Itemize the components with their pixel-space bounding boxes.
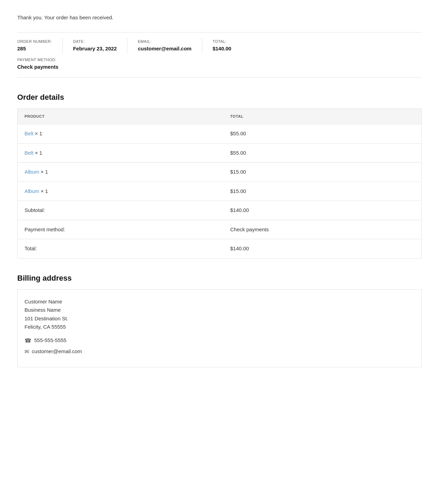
total-value: $140.00 [213,45,231,53]
product-cell: Belt × 1 [18,124,224,144]
payment-method-label: PAYMENT METHOD: [17,57,401,63]
billing-address-section: Billing address Customer Name Business N… [17,272,422,367]
total-label: TOTAL: [213,39,231,45]
phone-icon: ☎ [25,337,31,345]
order-number-item: ORDER NUMBER: 285 [17,39,63,53]
total-column-header: TOTAL [223,108,421,124]
product-column-header: PRODUCT [18,108,224,124]
subtotal-label-cell: Subtotal: [18,201,224,220]
billing-company: Business Name [25,306,414,314]
product-link[interactable]: Belt [25,150,33,156]
table-row: Album × 1$15.00 [18,182,422,201]
date-label: DATE: [73,39,117,45]
order-total-value-cell: $140.00 [223,239,421,259]
table-row: Belt × 1$55.00 [18,143,422,163]
billing-email-value: customer@email.com [32,348,82,356]
product-cell: Album × 1 [18,163,224,182]
table-row: Album × 1$15.00 [18,163,422,182]
payment-method-value: Check payments [17,63,401,71]
order-total-label-cell: Total: [18,239,224,259]
product-cell: Belt × 1 [18,143,224,163]
subtotal-value-cell: $140.00 [223,201,421,220]
email-icon: ✉ [25,348,29,356]
billing-phone: ☎ 555-555-5555 [25,337,414,345]
product-total-cell: $15.00 [223,163,421,182]
billing-address-title: Billing address [17,272,422,284]
order-details-section: Order details PRODUCT TOTAL Belt × 1$55.… [17,91,422,259]
order-details-title: Order details [17,91,422,103]
table-row: Belt × 1$55.00 [18,124,422,144]
date-value: February 23, 2022 [73,45,117,53]
billing-box: Customer Name Business Name 101 Destinat… [17,289,422,367]
email-label: EMAIL: [138,39,192,45]
billing-email: ✉ customer@email.com [25,348,414,356]
product-total-cell: $55.00 [223,124,421,144]
product-link[interactable]: Belt [25,130,33,136]
table-row: Total: $140.00 [18,239,422,259]
thank-you-message: Thank you. Your order has been received. [17,14,422,22]
billing-phone-value: 555-555-5555 [34,337,66,345]
product-link[interactable]: Album [25,188,39,194]
billing-address-line2: Felicity, CA 55555 [25,323,414,331]
total-item: TOTAL: $140.00 [213,39,242,53]
table-header-row: PRODUCT TOTAL [18,108,422,124]
payment-method-label-cell: Payment method: [18,220,224,239]
billing-address-line1: 101 Destination St. [25,315,414,323]
order-table: PRODUCT TOTAL Belt × 1$55.00Belt × 1$55.… [17,108,422,259]
product-link[interactable]: Album [25,169,39,175]
email-value: customer@email.com [138,45,192,53]
product-total-cell: $15.00 [223,182,421,201]
order-number-value: 285 [17,45,52,53]
table-row: Payment method: Check payments [18,220,422,239]
product-cell: Album × 1 [18,182,224,201]
order-number-label: ORDER NUMBER: [17,39,52,45]
date-item: DATE: February 23, 2022 [73,39,128,53]
payment-method-item: PAYMENT METHOD: Check payments [17,57,411,71]
product-total-cell: $55.00 [223,143,421,163]
table-row: Subtotal: $140.00 [18,201,422,220]
order-meta: ORDER NUMBER: 285 DATE: February 23, 202… [17,32,422,78]
order-meta-top-row: ORDER NUMBER: 285 DATE: February 23, 202… [17,39,252,53]
email-item: EMAIL: customer@email.com [138,39,202,53]
payment-method-value-cell: Check payments [223,220,421,239]
billing-name: Customer Name [25,298,414,306]
